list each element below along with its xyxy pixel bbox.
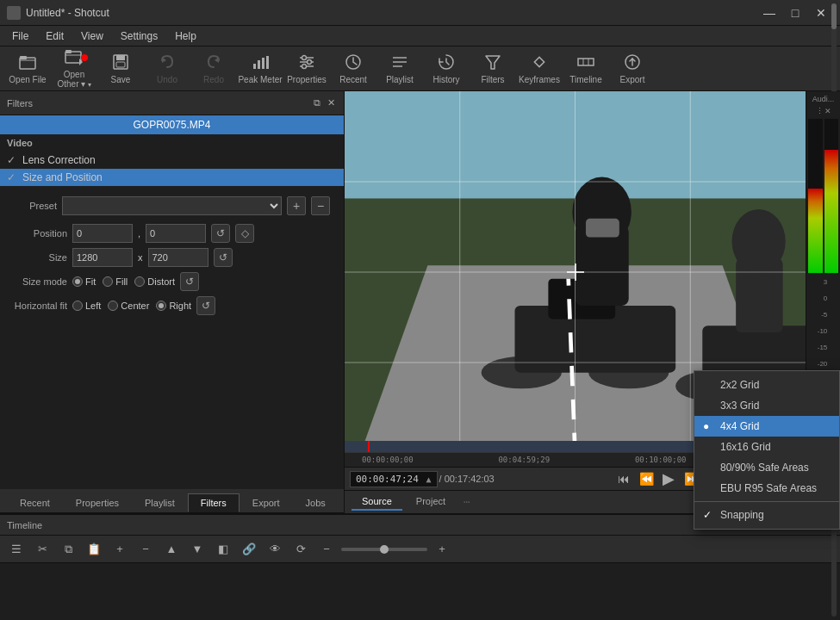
redo-icon [205,53,222,73]
svg-rect-7 [116,62,125,67]
tl-ripple-button[interactable]: 👁 [264,539,286,560]
filters-panel-close[interactable]: ✕ [326,97,337,108]
current-time[interactable]: 00:00:47;24 ▲ [350,471,438,487]
menu-file[interactable]: File [3,26,37,46]
tl-loop-button[interactable]: ⟳ [289,539,312,560]
export-button[interactable]: Export [610,49,655,89]
tl-zoomin-button[interactable]: + [431,539,453,560]
menu-view[interactable]: View [72,26,112,46]
tl-paste-button[interactable]: 📋 [83,539,105,560]
undo-button[interactable]: Undo [145,49,190,89]
peak-meter-label: Peak Meter [238,75,282,84]
tl-zoom-slider[interactable] [341,548,427,551]
grid-3x3[interactable]: 3x3 Grid [694,395,839,416]
svg-rect-25 [534,57,544,66]
size-mode-fill[interactable]: Fill [103,276,128,287]
playlist-button[interactable]: Playlist [377,49,422,89]
preset-delete-button[interactable]: − [311,196,330,215]
filters-panel-undock[interactable]: ⧉ [312,97,322,108]
tl-snap-button[interactable]: 🔗 [238,539,260,560]
preview-dots: ··· [459,494,469,510]
position-reset-button[interactable]: ↺ [211,224,230,243]
preset-select[interactable] [62,196,282,215]
main-area: Filters ⧉ ✕ GOPR0075.MP4 Video ✓ Lens Co… [0,91,840,513]
tab-properties[interactable]: Properties [63,493,132,512]
open-other-button[interactable]: Open Other ▾ [52,49,96,89]
export-label: Export [620,75,645,84]
hfit-left[interactable]: Left [72,301,101,311]
maximize-button[interactable]: □ [783,1,807,25]
hfit-reset-button[interactable]: ↺ [196,296,215,315]
timeline-toolbar-label: Timeline [569,75,601,84]
size-mode-distort[interactable]: Distort [134,276,175,287]
go-start-button[interactable]: ⏮ [614,469,633,488]
filter-item-size[interactable]: ✓ Size and Position [0,169,344,186]
timeline-toolbar-button[interactable]: Timeline [563,49,608,89]
menu-edit[interactable]: Edit [37,26,72,46]
tl-copy-button[interactable]: ⧉ [57,539,79,560]
size-reset-button[interactable]: ↺ [214,248,233,267]
minimize-button[interactable]: — [757,1,781,25]
tl-menu-button[interactable]: ☰ [5,539,28,560]
redo-button[interactable]: Redo [191,49,236,89]
scroll-thumb [831,3,837,29]
tl-remove-button[interactable]: − [134,539,157,560]
peak-meter-button[interactable]: Peak Meter [238,49,283,89]
grid-ebu[interactable]: EBU R95 Safe Areas [694,478,839,499]
tl-add-button[interactable]: + [109,539,131,560]
size-h-input[interactable] [148,248,208,267]
grid-2x2[interactable]: 2x2 Grid [694,375,839,395]
tab-playlist[interactable]: Playlist [132,493,188,512]
size-mode-reset-button[interactable]: ↺ [180,272,199,291]
snapping-item[interactable]: ✓ Snapping [694,505,839,525]
size-row: Size x ↺ [7,248,337,267]
time-label-0: 00:00:00;00 [362,456,414,464]
play-button[interactable]: ▶ [659,469,678,488]
audio-close-icon[interactable]: ✕ [824,107,831,115]
position-label: Position [7,228,67,239]
record-dot [81,54,88,61]
export-icon [624,53,641,73]
tab-source[interactable]: Source [352,493,402,511]
tl-cut-button[interactable]: ✂ [31,539,53,560]
tab-export[interactable]: Export [240,493,293,512]
prev-frame-button[interactable]: ⏪ [637,469,656,488]
tab-filters[interactable]: Filters [188,493,240,512]
grid-safe-80[interactable]: 80/90% Safe Areas [694,457,839,478]
keyframes-button[interactable]: Keyframes [517,49,562,89]
grid-4x4[interactable]: ● 4x4 Grid [694,416,839,437]
crosshair [567,264,584,281]
filters-button[interactable]: Filters [470,49,515,89]
properties-button[interactable]: Properties [284,49,329,89]
menu-settings[interactable]: Settings [112,26,166,46]
hfit-center[interactable]: Center [108,301,149,311]
tl-overwrite-button[interactable]: ◧ [212,539,234,560]
filters-label: Filters [481,75,504,84]
menu-help[interactable]: Help [166,26,205,46]
audio-menu-icon[interactable]: ⋮ [816,107,824,115]
position-keyframe-button[interactable]: ◇ [235,224,254,243]
position-x-input[interactable]: 0 [72,224,133,243]
grid-16x16[interactable]: 16x16 Grid [694,437,839,457]
position-y-input[interactable]: 0 [146,224,206,243]
open-file-button[interactable]: Open File [5,49,50,89]
svg-rect-11 [258,60,260,69]
tab-jobs[interactable]: Jobs [293,493,339,512]
tl-drop-button[interactable]: ▼ [186,539,208,560]
tab-project[interactable]: Project [406,493,456,511]
size-w-input[interactable] [72,248,133,267]
recent-button[interactable]: Recent [331,49,376,89]
tl-zoomout-button[interactable]: − [315,539,338,560]
filter-item-lens[interactable]: ✓ Lens Correction [0,152,344,169]
4x4-check: ● [703,420,709,432]
tab-recent[interactable]: Recent [7,493,63,512]
save-button[interactable]: Save [98,49,143,89]
tl-lift-button[interactable]: ▲ [160,539,183,560]
timeline-label: Timeline [7,520,42,530]
svg-rect-12 [262,58,264,69]
size-mode-fit[interactable]: Fit [72,276,96,287]
preset-add-button[interactable]: + [287,196,306,215]
close-button[interactable]: ✕ [809,1,833,25]
hfit-right[interactable]: Right [156,301,191,311]
history-button[interactable]: History [424,49,469,89]
